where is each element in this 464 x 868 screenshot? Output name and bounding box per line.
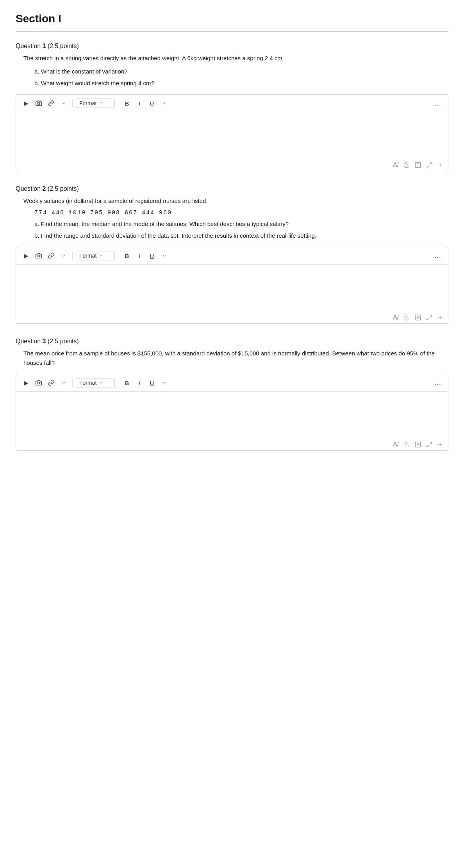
paint-icon-1[interactable]	[403, 162, 410, 168]
link-icon-1[interactable]	[46, 98, 57, 109]
text-format-chevron-3[interactable]	[159, 377, 170, 388]
question-1-body: The stretch in a spring varies directly …	[23, 54, 448, 63]
more-options-1[interactable]: ...	[432, 98, 443, 109]
toolbar-separator-2a	[72, 252, 73, 260]
format-dropdown-2[interactable]: Format	[76, 251, 115, 260]
svg-point-0	[37, 102, 39, 104]
format-chevron-2	[99, 253, 104, 258]
format-dropdown-3[interactable]: Format	[76, 378, 115, 387]
italic-button-1[interactable]: I	[134, 98, 145, 109]
question-2-points: (2.5 points)	[48, 185, 79, 192]
link-icon-2[interactable]	[46, 250, 57, 261]
svg-line-8	[430, 315, 432, 317]
chevron-down-2[interactable]	[58, 250, 69, 261]
expand-icon-3[interactable]	[426, 441, 432, 448]
toolbar-separator-3a	[72, 379, 73, 387]
svg-line-15	[427, 445, 429, 447]
bold-button-1[interactable]: B	[121, 98, 132, 109]
more-options-3[interactable]: ...	[432, 377, 443, 388]
question-1-sub-b: b. What weight would stretch the spring …	[34, 79, 448, 88]
camera-icon-1[interactable]	[33, 98, 44, 109]
question-3-points: (2.5 points)	[48, 338, 79, 344]
editor-3-content[interactable]	[16, 392, 448, 439]
italic-button-2[interactable]: I	[134, 250, 145, 261]
text-format-chevron-1[interactable]	[159, 98, 170, 109]
format-chevron-3	[99, 380, 104, 386]
editor-box-3: ▶ Format B I U	[16, 374, 448, 451]
question-1-block: Question 1 (2.5 points) The stretch in a…	[16, 43, 448, 171]
play-icon-2[interactable]: ▶	[21, 250, 32, 261]
expand-icon-1[interactable]	[426, 162, 432, 168]
editor-1-toolbar: ▶ Format B I U	[16, 95, 448, 112]
toolbar-separator-1b	[118, 99, 118, 107]
formula-icon-2[interactable]	[414, 314, 421, 321]
svg-line-3	[427, 165, 429, 167]
play-icon-3[interactable]: ▶	[21, 377, 32, 388]
question-3-label: Question 3	[16, 338, 46, 344]
format-label-3: Format	[79, 380, 96, 386]
chevron-down-3[interactable]	[58, 377, 69, 388]
question-2-header: Question 2 (2.5 points)	[16, 185, 448, 192]
question-2-label: Question 2	[16, 185, 46, 192]
question-3-header: Question 3 (2.5 points)	[16, 338, 448, 345]
question-2-sub-a: a. Find the mean, the median and the mod…	[34, 219, 448, 229]
question-2-block: Question 2 (2.5 points) Weekly salaries …	[16, 185, 448, 324]
svg-line-2	[430, 163, 432, 165]
italic-button-3[interactable]: I	[134, 377, 145, 388]
question-1-points: (2.5 points)	[48, 43, 79, 49]
section-divider	[16, 31, 448, 32]
svg-point-12	[37, 382, 39, 384]
editor-3-footer: A/	[16, 439, 448, 450]
toolbar-separator-2b	[118, 252, 118, 260]
question-1-header: Question 1 (2.5 points)	[16, 43, 448, 50]
spell-check-icon-2[interactable]: A/	[393, 314, 399, 321]
question-3-block: Question 3 (2.5 points) The mean price f…	[16, 338, 448, 451]
svg-point-6	[37, 255, 39, 257]
spell-check-icon-1[interactable]: A/	[393, 161, 399, 169]
page-title: Section I	[16, 13, 448, 25]
format-label-2: Format	[79, 253, 96, 259]
underline-button-3[interactable]: U	[146, 377, 157, 388]
question-1-sub-a: a. What is the constant of variation?	[34, 67, 448, 76]
editor-box-2: ▶ Format B I U	[16, 247, 448, 324]
toolbar-separator-3b	[118, 379, 118, 387]
chevron-down-1[interactable]	[58, 98, 69, 109]
editor-3-toolbar: ▶ Format B I U	[16, 374, 448, 392]
formula-icon-3[interactable]	[414, 441, 421, 448]
edit-icon-1[interactable]	[437, 162, 443, 168]
question-1-label: Question 1	[16, 43, 46, 49]
question-2-sub-b: b. Find the range and standard deviation…	[34, 231, 448, 240]
bold-button-2[interactable]: B	[121, 250, 132, 261]
play-icon-1[interactable]: ▶	[21, 98, 32, 109]
edit-icon-3[interactable]	[437, 441, 443, 448]
expand-icon-2[interactable]	[426, 314, 432, 321]
editor-box-1: ▶ Format B I U	[16, 94, 448, 171]
question-3-body: The mean price from a sample of houses i…	[23, 349, 448, 368]
spell-check-icon-3[interactable]: A/	[393, 441, 399, 448]
camera-icon-3[interactable]	[33, 377, 44, 388]
svg-line-14	[430, 442, 432, 444]
underline-button-1[interactable]: U	[146, 98, 157, 109]
more-options-2[interactable]: ...	[432, 250, 443, 261]
format-dropdown-1[interactable]: Format	[76, 99, 115, 108]
toolbar-separator-1a	[72, 99, 73, 107]
format-chevron-1	[99, 100, 104, 106]
editor-2-toolbar: ▶ Format B I U	[16, 247, 448, 265]
editor-2-footer: A/	[16, 312, 448, 323]
camera-icon-2[interactable]	[33, 250, 44, 261]
paint-icon-2[interactable]	[403, 314, 410, 321]
editor-2-content[interactable]	[16, 265, 448, 312]
edit-icon-2[interactable]	[437, 314, 443, 321]
underline-button-2[interactable]: U	[146, 250, 157, 261]
svg-line-9	[427, 318, 429, 320]
paint-icon-3[interactable]	[403, 441, 410, 448]
text-format-chevron-2[interactable]	[159, 250, 170, 261]
link-icon-3[interactable]	[46, 377, 57, 388]
editor-1-content[interactable]	[16, 112, 448, 159]
question-2-data: 774 446 1019 795 908 667 444 960	[34, 210, 448, 216]
format-label-1: Format	[79, 100, 96, 106]
formula-icon-1[interactable]	[414, 161, 421, 169]
editor-1-footer: A/	[16, 159, 448, 171]
question-2-body: Weekly salaries (in dollars) for a sampl…	[23, 196, 448, 206]
bold-button-3[interactable]: B	[121, 377, 132, 388]
